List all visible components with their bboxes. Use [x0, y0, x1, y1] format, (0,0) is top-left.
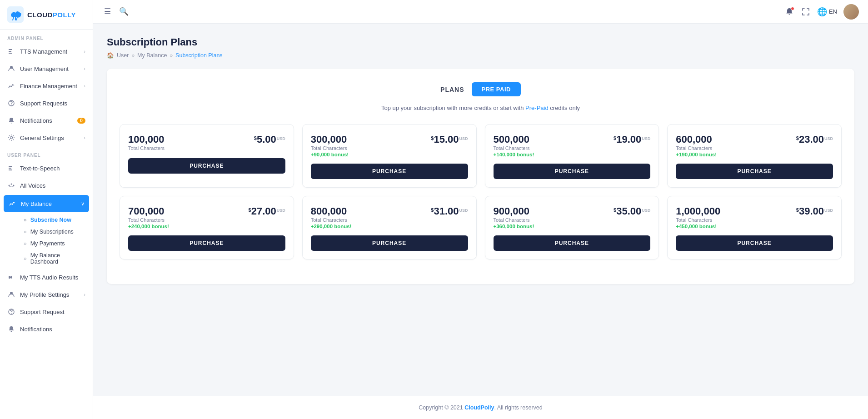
- topbar: ☰ 🔍 🌐 EN: [93, 0, 868, 24]
- plan-card-top: 500,000 Total Characters +140,000 bonus!…: [494, 134, 651, 157]
- breadcrumb-sep-2: »: [170, 52, 173, 59]
- plan-card-2: 300,000 Total Characters +90,000 bonus! …: [302, 124, 477, 188]
- plan-card-8: 1,000,000 Total Characters +450,000 bonu…: [667, 196, 842, 259]
- audio-icon: [7, 273, 15, 281]
- purchase-button-4[interactable]: PURCHASE: [676, 164, 833, 179]
- expand-icon[interactable]: [801, 7, 811, 17]
- sidebar-item-label: My Balance: [21, 200, 52, 207]
- sidebar-item-label: My TTS Audio Results: [20, 274, 78, 281]
- price-amount: 23.00: [799, 134, 824, 145]
- chevron-down-icon: ∨: [81, 201, 85, 207]
- purchase-button-2[interactable]: PURCHASE: [311, 164, 468, 179]
- sidebar-item-general-settings[interactable]: General Settings ›: [0, 129, 93, 146]
- sidebar-item-my-tts-audio[interactable]: My TTS Audio Results: [0, 269, 93, 286]
- logo[interactable]: CLOUDPOLLY: [0, 0, 93, 30]
- support-user-icon: [7, 308, 15, 316]
- sidebar-item-my-profile-settings[interactable]: My Profile Settings ›: [0, 286, 93, 303]
- sidebar-item-label: Support Request: [20, 309, 65, 315]
- plan-chars: 1,000,000: [676, 205, 720, 217]
- notifications-bell[interactable]: [784, 7, 794, 17]
- price-currency: USD: [459, 136, 468, 141]
- sidebar-item-all-voices[interactable]: All Voices: [0, 177, 93, 194]
- chevron-right-icon: ›: [84, 292, 85, 297]
- profile-icon: [7, 290, 15, 299]
- purchase-button-6[interactable]: PURCHASE: [311, 235, 468, 251]
- plan-price: $27.00USD: [249, 205, 285, 217]
- plan-price: $39.00USD: [796, 205, 833, 217]
- price-currency: USD: [459, 208, 468, 213]
- sidebar-item-finance-management[interactable]: Finance Management ›: [0, 77, 93, 95]
- plan-card-top: 300,000 Total Characters +90,000 bonus! …: [311, 134, 468, 157]
- plan-chars: 700,000: [128, 205, 169, 217]
- plan-chars: 500,000: [494, 134, 534, 145]
- breadcrumb-user[interactable]: User: [117, 52, 129, 59]
- breadcrumb-my-balance[interactable]: My Balance: [137, 52, 167, 59]
- sidebar-item-label: Notifications: [20, 326, 52, 333]
- purchase-button-8[interactable]: PURCHASE: [676, 235, 833, 251]
- plan-card-5: 700,000 Total Characters +240,000 bonus!…: [120, 196, 294, 259]
- purchase-button-3[interactable]: PURCHASE: [494, 164, 651, 179]
- price-amount: 19.00: [616, 134, 641, 145]
- svg-rect-8: [9, 276, 10, 279]
- plan-bonus: +450,000 bonus!: [676, 224, 720, 229]
- voices-icon: [7, 181, 15, 190]
- notification-dot: [791, 7, 794, 10]
- balance-icon: [8, 200, 16, 208]
- sidebar-item-label: My Profile Settings: [20, 291, 69, 298]
- language-selector[interactable]: 🌐 EN: [817, 7, 837, 17]
- sidebar-item-text-to-speech[interactable]: Text-to-Speech: [0, 160, 93, 177]
- footer-brand: CloudPolly: [464, 404, 494, 411]
- plan-total-label: Total Characters: [311, 145, 349, 151]
- plans-header: PLANS PRE PAID: [120, 82, 842, 96]
- plan-card-top: 700,000 Total Characters +240,000 bonus!…: [128, 205, 285, 229]
- sidebar-item-my-balance[interactable]: My Balance ∨: [4, 195, 89, 212]
- plan-bonus: +140,000 bonus!: [494, 152, 534, 157]
- user-avatar[interactable]: [843, 4, 859, 20]
- my-balance-submenu: Subscribe Now My Subscriptions My Paymen…: [0, 213, 93, 269]
- sidebar-item-label: General Settings: [20, 135, 64, 141]
- plan-bonus: +360,000 bonus!: [494, 224, 534, 229]
- purchase-button-1[interactable]: PURCHASE: [128, 158, 285, 174]
- user-icon: [7, 65, 15, 73]
- search-icon[interactable]: 🔍: [119, 7, 129, 17]
- sidebar-item-label: Support Requests: [20, 100, 67, 107]
- sidebar-item-tts-management[interactable]: TTS Management ›: [0, 43, 93, 60]
- plans-grid-row-1: 100,000 Total Characters $5.00USD PURCHA…: [120, 124, 842, 188]
- chevron-right-icon: ›: [84, 66, 85, 71]
- plans-subtitle-link[interactable]: Pre-Paid: [525, 105, 549, 111]
- breadcrumb-home-icon: 🏠: [107, 52, 114, 59]
- plans-grid-row-2: 700,000 Total Characters +240,000 bonus!…: [120, 196, 842, 259]
- breadcrumb-sep-1: »: [131, 52, 135, 59]
- prepaid-button[interactable]: PRE PAID: [472, 82, 521, 96]
- chevron-right-icon: ›: [84, 135, 85, 140]
- plan-price: $23.00USD: [796, 134, 833, 145]
- price-currency: USD: [824, 208, 833, 213]
- chevron-right-icon: ›: [84, 83, 85, 89]
- sidebar-item-user-management[interactable]: User Management ›: [0, 60, 93, 77]
- sidebar-item-notifications-admin[interactable]: Notifications 0: [0, 112, 93, 129]
- sidebar-item-label: Text-to-Speech: [20, 165, 60, 172]
- sidebar-sub-my-balance-dashboard[interactable]: My Balance Dashboard: [19, 249, 93, 268]
- sidebar-sub-my-subscriptions[interactable]: My Subscriptions: [19, 226, 93, 238]
- sidebar-sub-subscribe-now[interactable]: Subscribe Now: [19, 214, 93, 226]
- plan-card-4: 600,000 Total Characters +190,000 bonus!…: [667, 124, 842, 188]
- plans-card: PLANS PRE PAID Top up your subscription …: [107, 69, 854, 284]
- lang-label: EN: [829, 8, 837, 15]
- globe-icon: 🌐: [817, 7, 827, 17]
- sidebar-item-support-request-user[interactable]: Support Request: [0, 303, 93, 320]
- menu-icon[interactable]: ☰: [102, 7, 112, 17]
- plan-card-7: 900,000 Total Characters +360,000 bonus!…: [485, 196, 659, 259]
- plan-total-label: Total Characters: [128, 145, 165, 151]
- footer-suffix: . All rights reserved: [494, 404, 542, 411]
- plan-bonus: +240,000 bonus!: [128, 224, 169, 229]
- plan-card-1: 100,000 Total Characters $5.00USD PURCHA…: [120, 124, 294, 188]
- plan-card-3: 500,000 Total Characters +140,000 bonus!…: [485, 124, 659, 188]
- plan-total-label: Total Characters: [676, 217, 720, 223]
- price-amount: 35.00: [616, 205, 641, 217]
- purchase-button-7[interactable]: PURCHASE: [494, 235, 651, 251]
- sidebar-sub-my-payments[interactable]: My Payments: [19, 238, 93, 249]
- sidebar-item-notifications-user[interactable]: Notifications: [0, 320, 93, 338]
- purchase-button-5[interactable]: PURCHASE: [128, 235, 285, 251]
- plan-total-label: Total Characters: [676, 145, 717, 151]
- sidebar-item-support-requests[interactable]: Support Requests: [0, 95, 93, 112]
